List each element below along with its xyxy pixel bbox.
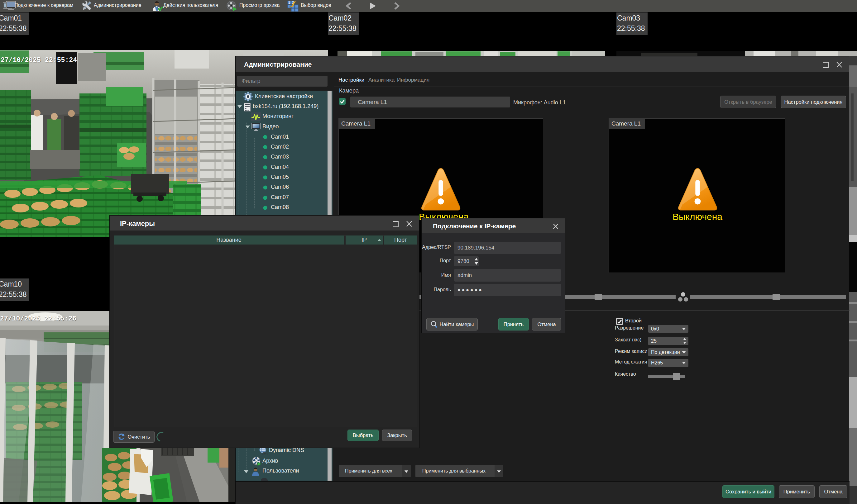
svg-text:1: 1 [288, 1, 290, 4]
svg-text:DNS: DNS [262, 451, 268, 455]
